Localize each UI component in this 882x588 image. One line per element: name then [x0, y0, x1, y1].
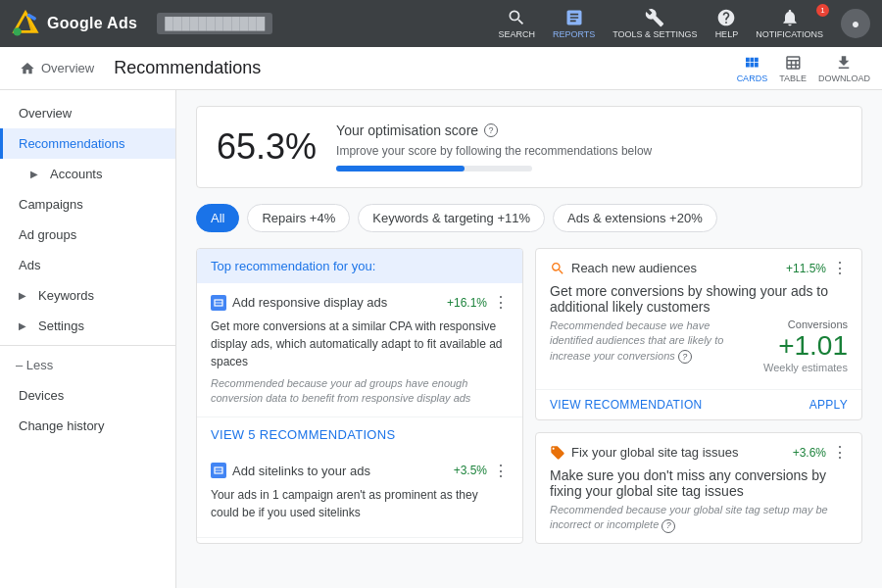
sitelinks-menu[interactable]: ⋮: [493, 462, 509, 480]
reports-nav-label: REPORTS: [553, 29, 595, 39]
right-card-2-badge: +3.6%: [793, 446, 826, 460]
right-card-2-menu[interactable]: ⋮: [832, 443, 848, 462]
score-subtitle: Improve your score by following the reco…: [336, 144, 842, 158]
sidebar-item-adgroups[interactable]: Ad groups: [0, 220, 175, 250]
main-content: 65.3% Your optimisation score ? Improve …: [176, 90, 882, 588]
score-progress-fill: [336, 166, 465, 172]
score-help-icon[interactable]: ?: [484, 123, 498, 137]
sitelinks-description: Your ads in 1 campaign aren't as promine…: [211, 486, 509, 521]
score-section: 65.3% Your optimisation score ? Improve …: [196, 106, 862, 188]
nav-icons-group: SEARCH REPORTS TOOLS & SETTINGS HELP 1 N…: [498, 8, 870, 39]
tools-nav-label: TOOLS & SETTINGS: [612, 29, 697, 39]
apply-button[interactable]: APPLY: [809, 398, 848, 412]
sidebar-adgroups-label: Ad groups: [19, 227, 76, 242]
sidebar-item-devices[interactable]: Devices: [0, 380, 175, 411]
responsive-ads-badge: +16.1%: [447, 296, 487, 310]
right-card-1-help-icon[interactable]: ?: [678, 350, 692, 364]
keywords-arrow: ▶: [19, 290, 26, 301]
sidebar-item-ads[interactable]: Ads: [0, 250, 175, 280]
filter-repairs[interactable]: Repairs +4%: [247, 204, 350, 232]
cards-icon: [743, 54, 760, 72]
table-view-button[interactable]: TABLE: [779, 54, 807, 83]
sidebar-item-accounts[interactable]: ▶ Accounts: [0, 159, 175, 189]
sidebar-settings-label: Settings: [38, 318, 84, 333]
reports-nav-item[interactable]: REPORTS: [553, 8, 595, 39]
score-progress-bar: [336, 166, 532, 172]
score-info: Your optimisation score ? Improve your s…: [336, 122, 842, 172]
right-card-2-bold: Make sure you don't miss any conversions…: [550, 467, 848, 499]
right-card-2-body: Fix your global site tag issues +3.6% ⋮ …: [536, 433, 861, 543]
search-nav-label: SEARCH: [498, 29, 535, 39]
display-ad-icon: [211, 295, 226, 311]
sitelinks-title-text: Add sitelinks to your ads: [232, 464, 370, 478]
right-card-2-help-icon[interactable]: ?: [662, 519, 675, 533]
right-card-2: Fix your global site tag issues +3.6% ⋮ …: [535, 432, 862, 544]
responsive-ads-title: Add responsive display ads: [232, 295, 387, 310]
home-icon: [20, 61, 35, 76]
sidebar-item-settings[interactable]: ▶ Settings: [0, 311, 175, 341]
tools-icon: [645, 8, 664, 27]
search-icon: [507, 8, 526, 27]
sitelinks-header: Add sitelinks to your ads +3.5% ⋮: [211, 462, 509, 480]
sidebar-changehistory-label: Change history: [19, 418, 104, 433]
table-icon: [784, 54, 802, 72]
filter-ads[interactable]: Ads & extensions +20%: [553, 204, 717, 232]
sidebar-item-overview[interactable]: Overview: [0, 98, 175, 128]
help-nav-item[interactable]: HELP: [715, 8, 739, 39]
help-nav-label: HELP: [715, 29, 739, 39]
user-avatar[interactable]: ●: [841, 9, 870, 38]
account-name[interactable]: ████████████: [157, 13, 272, 34]
filter-keywords[interactable]: Keywords & targeting +11%: [358, 204, 545, 232]
accounts-arrow: ▶: [30, 169, 38, 179]
google-ads-logo: Google Ads: [12, 10, 137, 37]
search-orange-icon: [550, 261, 565, 276]
sidebar-devices-label: Devices: [19, 388, 64, 403]
svg-point-2: [13, 27, 21, 35]
sidebar-item-changehistory[interactable]: Change history: [0, 411, 175, 441]
tag-icon: [550, 445, 565, 461]
sidebar-divider: [0, 345, 175, 346]
sidebar-accounts-label: Accounts: [50, 167, 102, 181]
card-item-responsive-ads: Add responsive display ads +16.1% ⋮ Get …: [197, 283, 522, 417]
view-all-recommendations[interactable]: VIEW 5 RECOMMENDATIONS: [197, 417, 522, 452]
sitelinks-badge: +3.5%: [454, 464, 487, 477]
right-card-1-menu[interactable]: ⋮: [832, 259, 848, 277]
search-nav-item[interactable]: SEARCH: [498, 8, 535, 39]
sidebar-ads-label: Ads: [19, 258, 40, 272]
right-card-2-title-area: Fix your global site tag issues: [550, 445, 739, 461]
sidebar-item-recommendations[interactable]: Recommendations: [0, 128, 175, 159]
filter-chips: All Repairs +4% Keywords & targeting +11…: [196, 204, 862, 232]
responsive-ads-subtext: Recommended because your ad groups have …: [211, 376, 509, 407]
weekly-label: Weekly estimates: [763, 362, 848, 373]
page-title: Recommendations: [114, 58, 724, 78]
sitelinks-title: Add sitelinks to your ads: [211, 463, 370, 478]
download-button[interactable]: DOWNLOAD: [818, 54, 870, 83]
right-card-1-bold: Get more conversions by showing your ads…: [550, 283, 848, 315]
overview-button[interactable]: Overview: [12, 57, 102, 80]
sidebar-item-keywords[interactable]: ▶ Keywords: [0, 280, 175, 311]
right-card-1-title: Reach new audiences: [571, 261, 697, 275]
settings-arrow: ▶: [19, 320, 26, 331]
cards-view-button[interactable]: CARDS: [737, 54, 768, 83]
responsive-ads-menu[interactable]: ⋮: [493, 293, 509, 312]
sidebar-less-button[interactable]: – Less: [0, 350, 175, 380]
overview-label: Overview: [41, 61, 94, 75]
notifications-icon: [780, 8, 800, 27]
sidebar-keywords-label: Keywords: [38, 288, 94, 303]
view-recommendation-link[interactable]: VIEW RECOMMENDATION: [550, 398, 702, 412]
download-icon: [835, 54, 853, 72]
card-item-header: Add responsive display ads +16.1% ⋮: [211, 293, 509, 312]
right-card-1: Reach new audiences +11.5% ⋮ Get more co…: [535, 248, 862, 420]
main-layout: Overview Recommendations ▶ Accounts Camp…: [0, 90, 882, 588]
filter-all[interactable]: All: [196, 204, 239, 232]
left-recommendation-card: Top recommendation for you: Add responsi…: [196, 248, 523, 544]
card-top-header: Top recommendation for you:: [197, 249, 522, 283]
notifications-nav-item[interactable]: 1 NOTIFICATIONS: [756, 8, 823, 39]
conversions-label: Conversions: [763, 318, 848, 330]
sidebar-item-campaigns[interactable]: Campaigns: [0, 189, 175, 220]
secondary-navigation: Overview Recommendations CARDS TABLE DOW…: [0, 47, 882, 90]
tools-nav-item[interactable]: TOOLS & SETTINGS: [612, 8, 697, 39]
sidebar-less-label: – Less: [16, 358, 53, 372]
sidebar-overview-label: Overview: [19, 106, 72, 121]
right-card-1-title-area: Reach new audiences: [550, 261, 697, 276]
